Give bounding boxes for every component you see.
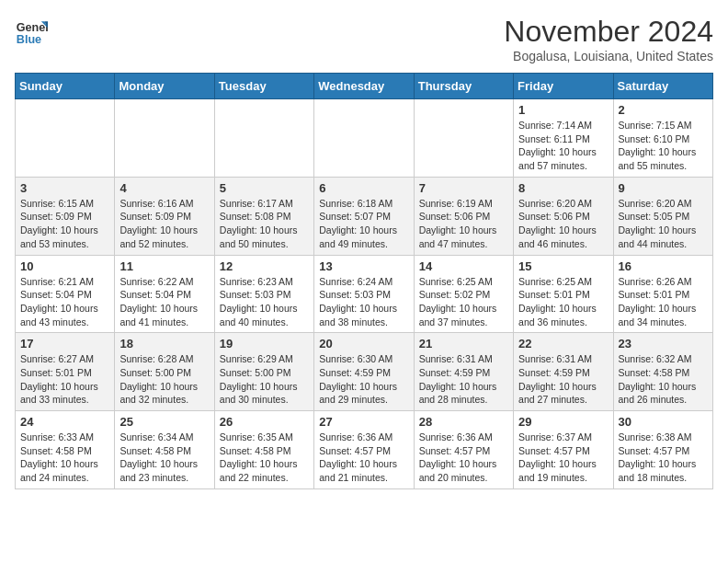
day-info: Sunrise: 6:30 AM Sunset: 4:59 PM Dayligh… [319,352,408,407]
day-info: Sunrise: 7:14 AM Sunset: 6:11 PM Dayligh… [518,119,608,173]
header-sunday: Sunday [16,74,115,99]
day-number: 11 [119,259,209,273]
day-number: 18 [119,337,209,350]
day-number: 29 [518,415,608,429]
day-number: 7 [419,181,508,195]
day-info: Sunrise: 6:34 AM Sunset: 4:58 PM Dayligh… [119,431,209,485]
day-info: Sunrise: 6:32 AM Sunset: 4:58 PM Dayligh… [619,352,708,407]
day-info: Sunrise: 6:24 AM Sunset: 5:03 PM Dayligh… [319,275,408,329]
calendar-cell: 28Sunrise: 6:36 AM Sunset: 4:57 PM Dayli… [414,411,513,489]
day-info: Sunrise: 6:20 AM Sunset: 5:06 PM Dayligh… [518,197,608,251]
day-info: Sunrise: 6:27 AM Sunset: 5:01 PM Dayligh… [20,352,109,407]
calendar-week-4: 17Sunrise: 6:27 AM Sunset: 5:01 PM Dayli… [16,333,713,411]
location-text: Bogalusa, Louisiana, United States [504,49,713,63]
day-info: Sunrise: 6:17 AM Sunset: 5:08 PM Dayligh… [220,197,309,251]
day-info: Sunrise: 6:29 AM Sunset: 5:00 PM Dayligh… [220,352,309,407]
day-info: Sunrise: 6:21 AM Sunset: 5:04 PM Dayligh… [20,275,109,329]
calendar-cell: 19Sunrise: 6:29 AM Sunset: 5:00 PM Dayli… [214,333,313,411]
day-info: Sunrise: 6:38 AM Sunset: 4:57 PM Dayligh… [619,431,708,485]
calendar-cell: 22Sunrise: 6:31 AM Sunset: 4:59 PM Dayli… [514,333,613,411]
calendar-cell [414,99,513,178]
day-number: 16 [619,259,708,273]
calendar-cell: 2Sunrise: 7:15 AM Sunset: 6:10 PM Daylig… [613,99,712,178]
calendar-cell: 4Sunrise: 6:16 AM Sunset: 5:09 PM Daylig… [115,177,214,255]
day-number: 30 [619,415,708,429]
day-info: Sunrise: 6:23 AM Sunset: 5:03 PM Dayligh… [220,275,309,329]
day-number: 3 [20,181,109,195]
calendar-cell: 7Sunrise: 6:19 AM Sunset: 5:06 PM Daylig… [414,177,513,255]
day-number: 12 [220,259,309,273]
day-info: Sunrise: 6:35 AM Sunset: 4:58 PM Dayligh… [220,431,309,485]
header-friday: Friday [514,74,613,99]
page-header: General Blue November 2024 Bogalusa, Lou… [15,15,713,63]
day-number: 25 [119,415,209,429]
month-title: November 2024 [504,15,713,49]
calendar-week-1: 1Sunrise: 7:14 AM Sunset: 6:11 PM Daylig… [16,99,713,178]
calendar-table: SundayMondayTuesdayWednesdayThursdayFrid… [15,73,713,489]
svg-text:Blue: Blue [17,33,41,46]
day-info: Sunrise: 6:36 AM Sunset: 4:57 PM Dayligh… [319,431,408,485]
day-info: Sunrise: 6:31 AM Sunset: 4:59 PM Dayligh… [518,352,608,407]
header-tuesday: Tuesday [214,74,313,99]
calendar-cell: 6Sunrise: 6:18 AM Sunset: 5:07 PM Daylig… [314,177,414,255]
day-number: 8 [518,181,608,195]
calendar-cell [314,99,414,178]
day-info: Sunrise: 6:31 AM Sunset: 4:59 PM Dayligh… [419,352,508,407]
day-number: 28 [419,415,508,429]
calendar-cell: 23Sunrise: 6:32 AM Sunset: 4:58 PM Dayli… [613,333,712,411]
day-number: 6 [319,181,408,195]
day-number: 10 [20,259,109,273]
calendar-cell: 20Sunrise: 6:30 AM Sunset: 4:59 PM Dayli… [314,333,414,411]
day-number: 15 [518,259,608,273]
day-number: 23 [619,337,708,350]
day-number: 20 [319,337,408,350]
calendar-cell [16,99,115,178]
calendar-cell: 13Sunrise: 6:24 AM Sunset: 5:03 PM Dayli… [314,255,414,333]
day-number: 14 [419,259,508,273]
day-number: 27 [319,415,408,429]
day-info: Sunrise: 6:28 AM Sunset: 5:00 PM Dayligh… [119,352,209,407]
day-info: Sunrise: 6:19 AM Sunset: 5:06 PM Dayligh… [419,197,508,251]
day-number: 17 [20,337,109,350]
day-info: Sunrise: 6:25 AM Sunset: 5:02 PM Dayligh… [419,275,508,329]
calendar-cell: 3Sunrise: 6:15 AM Sunset: 5:09 PM Daylig… [16,177,115,255]
header-monday: Monday [115,74,214,99]
calendar-cell: 1Sunrise: 7:14 AM Sunset: 6:11 PM Daylig… [514,99,613,178]
day-number: 9 [619,181,708,195]
calendar-cell [115,99,214,178]
header-saturday: Saturday [613,74,712,99]
day-info: Sunrise: 6:37 AM Sunset: 4:57 PM Dayligh… [518,431,608,485]
calendar-header-row: SundayMondayTuesdayWednesdayThursdayFrid… [16,74,713,99]
calendar-cell: 30Sunrise: 6:38 AM Sunset: 4:57 PM Dayli… [613,411,712,489]
day-info: Sunrise: 6:26 AM Sunset: 5:01 PM Dayligh… [619,275,708,329]
day-number: 1 [518,103,608,117]
calendar-cell: 8Sunrise: 6:20 AM Sunset: 5:06 PM Daylig… [514,177,613,255]
day-info: Sunrise: 6:20 AM Sunset: 5:05 PM Dayligh… [619,197,708,251]
calendar-cell: 5Sunrise: 6:17 AM Sunset: 5:08 PM Daylig… [214,177,313,255]
header-thursday: Thursday [414,74,513,99]
calendar-cell: 17Sunrise: 6:27 AM Sunset: 5:01 PM Dayli… [16,333,115,411]
calendar-cell: 16Sunrise: 6:26 AM Sunset: 5:01 PM Dayli… [613,255,712,333]
day-number: 5 [220,181,309,195]
calendar-cell: 21Sunrise: 6:31 AM Sunset: 4:59 PM Dayli… [414,333,513,411]
day-number: 2 [619,103,708,117]
day-info: Sunrise: 6:33 AM Sunset: 4:58 PM Dayligh… [20,431,109,485]
day-info: Sunrise: 6:15 AM Sunset: 5:09 PM Dayligh… [20,197,109,251]
day-info: Sunrise: 6:18 AM Sunset: 5:07 PM Dayligh… [319,197,408,251]
calendar-cell: 9Sunrise: 6:20 AM Sunset: 5:05 PM Daylig… [613,177,712,255]
calendar-week-5: 24Sunrise: 6:33 AM Sunset: 4:58 PM Dayli… [16,411,713,489]
calendar-week-3: 10Sunrise: 6:21 AM Sunset: 5:04 PM Dayli… [16,255,713,333]
calendar-cell: 25Sunrise: 6:34 AM Sunset: 4:58 PM Dayli… [115,411,214,489]
calendar-cell: 27Sunrise: 6:36 AM Sunset: 4:57 PM Dayli… [314,411,414,489]
calendar-week-2: 3Sunrise: 6:15 AM Sunset: 5:09 PM Daylig… [16,177,713,255]
calendar-cell: 29Sunrise: 6:37 AM Sunset: 4:57 PM Dayli… [514,411,613,489]
header-wednesday: Wednesday [314,74,414,99]
calendar-cell: 18Sunrise: 6:28 AM Sunset: 5:00 PM Dayli… [115,333,214,411]
day-number: 26 [220,415,309,429]
logo: General Blue [15,15,48,48]
logo-icon: General Blue [15,15,48,48]
calendar-cell: 10Sunrise: 6:21 AM Sunset: 5:04 PM Dayli… [16,255,115,333]
day-info: Sunrise: 6:36 AM Sunset: 4:57 PM Dayligh… [419,431,508,485]
day-number: 22 [518,337,608,350]
day-number: 13 [319,259,408,273]
